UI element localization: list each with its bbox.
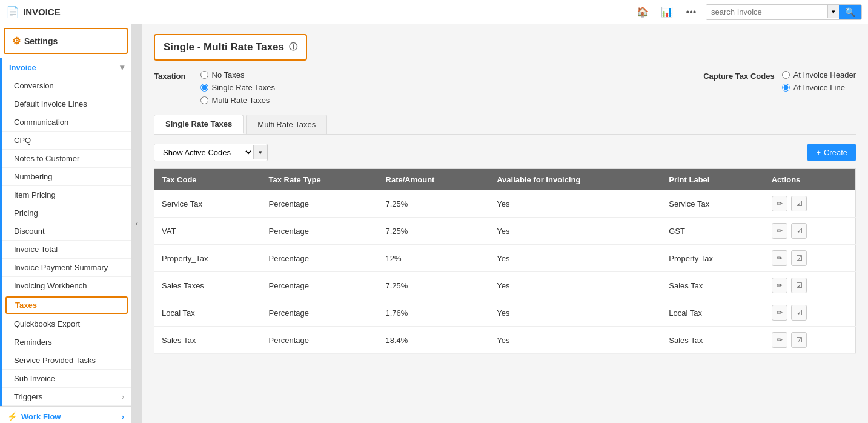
sidebar-item-conversion[interactable]: Conversion	[2, 77, 131, 95]
taxation-label: Taxation	[154, 70, 186, 81]
sidebar-item-default-invoice-lines[interactable]: Default Invoice Lines	[2, 95, 131, 113]
sidebar-item-triggers[interactable]: Triggers›	[2, 388, 131, 406]
sidebar-item-reminders[interactable]: Reminders	[2, 333, 131, 351]
cell-available: Yes	[489, 327, 661, 354]
sidebar-item-communication[interactable]: Communication	[2, 113, 131, 132]
sidebar-item-cpq[interactable]: CPQ	[2, 132, 131, 150]
radio-single-rate-taxes[interactable]: Single Rate Taxes	[200, 83, 276, 92]
sidebar-item-service-provided-tasks[interactable]: Service Provided Tasks	[2, 351, 131, 370]
cell-actions: ✏ ☑	[764, 218, 856, 245]
cell-available: Yes	[489, 218, 661, 245]
sidebar-item-invoicing-workbench[interactable]: Invoicing Workbench	[2, 277, 131, 295]
sidebar-item-notes-to-customer[interactable]: Notes to Customer	[2, 150, 131, 168]
more-button[interactable]: •••	[681, 2, 701, 22]
capture-label: Capture Tax Codes	[703, 70, 775, 81]
invoice-section-header[interactable]: Invoice ▾	[2, 58, 131, 77]
sidebar-item-numbering[interactable]: Numbering	[2, 168, 131, 186]
tab-multi-rate-taxes[interactable]: Multi Rate Taxes	[246, 115, 327, 134]
top-header: 📄 INVOICE 🏠 📊 ••• ▾ 🔍	[0, 0, 868, 24]
create-button[interactable]: + Create	[807, 144, 856, 161]
col-actions: Actions	[764, 169, 856, 191]
search-container: ▾ 🔍	[706, 4, 862, 20]
cell-print-label: Service Tax	[661, 190, 764, 218]
cell-tax-code: Sales Taxes	[154, 272, 262, 299]
col-available-for-invoicing: Available for Invoicing	[489, 169, 661, 191]
cell-actions: ✏ ☑	[764, 299, 856, 327]
tax-table: Tax Code Tax Rate Type Rate/Amount Avail…	[154, 168, 856, 354]
workflow-label: Work Flow	[21, 412, 61, 421]
cell-tax-rate-type: Percentage	[262, 190, 379, 218]
filter-bar: Show Active Codes Show All Codes Show In…	[154, 144, 856, 161]
cell-print-label: Sales Tax	[661, 272, 764, 299]
radio-at-invoice-header[interactable]: At Invoice Header	[782, 70, 856, 79]
search-go-button[interactable]: 🔍	[839, 5, 861, 19]
delete-button[interactable]: ☑	[791, 278, 807, 293]
cell-rate-amount: 18.4%	[379, 327, 490, 354]
sidebar-item-quickbooks-export[interactable]: Quickbooks Export	[2, 315, 131, 333]
cell-tax-rate-type: Percentage	[262, 245, 379, 272]
taxation-radio-group: No Taxes Single Rate Taxes Multi Rate Ta…	[200, 70, 276, 105]
sidebar: ⚙ Settings Invoice ▾ Conversion Default …	[0, 24, 132, 423]
cell-print-label: Property Tax	[661, 245, 764, 272]
delete-button[interactable]: ☑	[791, 332, 807, 348]
table-row: VAT Percentage 7.25% Yes GST ✏ ☑	[154, 218, 856, 245]
page-title-bar: Single - Multi Rate Taxes ⓘ	[154, 34, 307, 61]
workflow-icon: ⚡	[7, 411, 18, 421]
home-button[interactable]: 🏠	[633, 2, 652, 22]
cell-tax-code: Local Tax	[154, 299, 262, 327]
sidebar-item-pricing[interactable]: Pricing	[2, 204, 131, 222]
search-dropdown-button[interactable]: ▾	[827, 5, 839, 18]
cell-available: Yes	[489, 299, 661, 327]
col-rate-amount: Rate/Amount	[379, 169, 490, 191]
cell-tax-code: Property_Tax	[154, 245, 262, 272]
delete-button[interactable]: ☑	[791, 305, 807, 321]
capture-tax-codes-group: Capture Tax Codes At Invoice Header At I…	[703, 70, 856, 92]
filter-dropdown-icon[interactable]: ▾	[253, 145, 267, 159]
cell-print-label: Local Tax	[661, 299, 764, 327]
cell-tax-code: Service Tax	[154, 190, 262, 218]
filter-select[interactable]: Show Active Codes Show All Codes Show In…	[154, 144, 253, 161]
cell-print-label: Sales Tax	[661, 327, 764, 354]
cell-rate-amount: 7.25%	[379, 190, 490, 218]
chart-button[interactable]: 📊	[657, 2, 677, 22]
delete-button[interactable]: ☑	[791, 196, 807, 212]
sidebar-item-invoice-total[interactable]: Invoice Total	[2, 241, 131, 259]
sidebar-item-invoice-payment-summary[interactable]: Invoice Payment Summary	[2, 259, 131, 277]
radio-multi-rate-taxes[interactable]: Multi Rate Taxes	[200, 96, 276, 105]
table-row: Service Tax Percentage 7.25% Yes Service…	[154, 190, 856, 218]
sidebar-item-taxes[interactable]: Taxes	[5, 296, 128, 314]
cell-tax-code: Sales Tax	[154, 327, 262, 354]
cell-tax-code: VAT	[154, 218, 262, 245]
sidebar-item-discount[interactable]: Discount	[2, 222, 131, 241]
cell-print-label: GST	[661, 218, 764, 245]
cell-actions: ✏ ☑	[764, 327, 856, 354]
cell-rate-amount: 1.76%	[379, 299, 490, 327]
sidebar-workflow[interactable]: ⚡ Work Flow ›	[0, 406, 131, 423]
taxation-group: Taxation No Taxes Single Rate Taxes Mult…	[154, 70, 275, 105]
edit-button[interactable]: ✏	[772, 250, 787, 266]
header-icons: 🏠 📊 ••• ▾ 🔍	[633, 2, 862, 22]
edit-button[interactable]: ✏	[772, 223, 787, 239]
radio-at-invoice-line[interactable]: At Invoice Line	[782, 83, 856, 92]
edit-button[interactable]: ✏	[772, 305, 787, 321]
cell-rate-amount: 7.25%	[379, 272, 490, 299]
tab-single-rate-taxes[interactable]: Single Rate Taxes	[154, 115, 244, 134]
collapse-handle[interactable]: ‹	[132, 24, 142, 423]
edit-button[interactable]: ✏	[772, 332, 787, 348]
edit-button[interactable]: ✏	[772, 278, 787, 293]
delete-button[interactable]: ☑	[791, 223, 807, 239]
sidebar-item-item-pricing[interactable]: Item Pricing	[2, 186, 131, 204]
edit-button[interactable]: ✏	[772, 196, 787, 212]
settings-header[interactable]: ⚙ Settings	[4, 28, 128, 54]
gear-icon: ⚙	[12, 35, 21, 47]
cell-rate-amount: 12%	[379, 245, 490, 272]
cell-tax-rate-type: Percentage	[262, 327, 379, 354]
cell-actions: ✏ ☑	[764, 245, 856, 272]
radio-no-taxes[interactable]: No Taxes	[200, 70, 276, 79]
delete-button[interactable]: ☑	[791, 250, 807, 266]
filter-dropdown: Show Active Codes Show All Codes Show In…	[154, 144, 268, 161]
sidebar-item-sub-invoice[interactable]: Sub Invoice	[2, 370, 131, 388]
invoice-expand-icon: ▾	[120, 62, 124, 72]
capture-radio-group: At Invoice Header At Invoice Line	[782, 70, 856, 92]
search-input[interactable]	[706, 5, 827, 19]
